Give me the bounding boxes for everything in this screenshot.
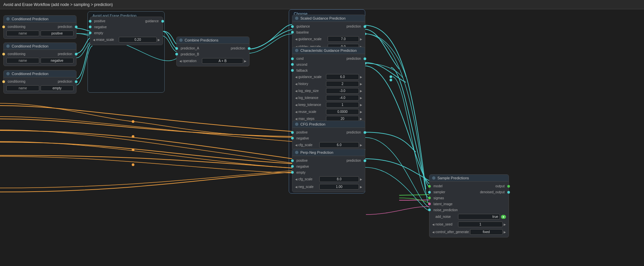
node-cond-pred-3-header: Conditioned Prediction — [4, 70, 76, 77]
node-cond-pred-2: Conditioned Prediction conditioning pred… — [3, 43, 77, 66]
node-sample-pred: Sample Predictions model output sampler — [429, 174, 509, 237]
cond-pred-2-title: Conditioned Prediction — [12, 44, 49, 48]
svg-point-3 — [132, 163, 134, 166]
node-cond-pred-3: Conditioned Prediction conditioning pred… — [3, 70, 77, 94]
canvas: Avoid and Erase Prediction Choose Condit… — [0, 9, 644, 266]
title-text: Avoid and Erase Workflow (add node > sam… — [3, 2, 113, 7]
node-cond-pred-2-header: Conditioned Prediction — [4, 43, 76, 50]
cfg-pred-title: CFG Prediction — [300, 122, 325, 126]
sample-pred-title: Sample Predictions — [437, 176, 469, 180]
cond-pred-1-title: Conditioned Prediction — [12, 17, 49, 21]
node-cfg-pred: CFG Prediction positive prediction negat… — [292, 121, 365, 150]
combine-pred-title: Combine Predictions — [185, 38, 219, 42]
node-dot — [6, 17, 10, 21]
node-perp-neg-header: Perp-Neg Prediction — [292, 149, 365, 156]
node-perp-neg: Perp-Neg Prediction positive prediction … — [292, 149, 365, 192]
node-char-guidance: Characteristic Guidance Prediction cond … — [292, 47, 365, 131]
node-combine-pred: Combine Predictions prediction_A predict… — [176, 37, 249, 66]
node-char-guidance-header: Characteristic Guidance Prediction — [292, 47, 365, 54]
perp-neg-title: Perp-Neg Prediction — [300, 150, 333, 154]
node-cond-pred-1: Conditioned Prediction conditioning pred… — [3, 15, 77, 39]
svg-point-1 — [132, 135, 134, 138]
title-bar: Avoid and Erase Workflow (add node > sam… — [0, 0, 644, 9]
node-dot — [6, 72, 10, 75]
node-cfg-pred-header: CFG Prediction — [292, 121, 365, 128]
scaled-guidance-title: Scaled Guidance Prediction — [300, 16, 346, 20]
node-dot — [6, 44, 10, 48]
node-avoid-erase-pred: positive guidance negative empty ◀ eras — [90, 17, 163, 45]
node-scaled-guidance-header: Scaled Guidance Prediction — [292, 15, 365, 22]
node-combine-pred-header: Combine Predictions — [177, 37, 249, 44]
svg-point-0 — [132, 120, 134, 123]
cond-pred-3-title: Conditioned Prediction — [12, 72, 49, 76]
svg-point-9 — [390, 79, 392, 81]
svg-point-8 — [390, 75, 392, 78]
node-sample-pred-header: Sample Predictions — [429, 175, 509, 182]
svg-point-2 — [132, 148, 134, 151]
char-guidance-title: Characteristic Guidance Prediction — [300, 48, 357, 52]
node-cond-pred-1-header: Conditioned Prediction — [4, 16, 76, 23]
